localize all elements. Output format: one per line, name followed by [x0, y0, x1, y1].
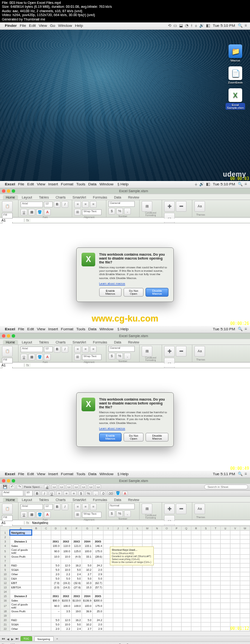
paste-button[interactable]: 📋	[2, 346, 13, 357]
font-name-select[interactable]: Arial	[21, 201, 43, 207]
ribbon-tab-tables[interactable]: Tables	[36, 195, 52, 200]
sheet-tab-toc[interactable]: TOC	[21, 636, 32, 641]
merge-button[interactable]: ⊞	[74, 511, 81, 518]
zoom-button[interactable]	[12, 334, 15, 338]
underline-button[interactable]: U	[21, 511, 27, 518]
desktop-file-zoom[interactable]: 📄 ZoomEasis	[226, 66, 245, 84]
number-format-select[interactable]: General	[108, 201, 135, 207]
ribbon-tab-formulas[interactable]: Formulas	[90, 498, 110, 502]
percent-button[interactable]: %	[116, 510, 123, 517]
bold-button[interactable]: B	[54, 503, 61, 510]
align-center-button[interactable]: ≡	[82, 201, 89, 208]
themes-button[interactable]: Aa	[194, 346, 205, 357]
menu-format[interactable]: Format	[61, 327, 73, 331]
horizontal-scrollbar[interactable]	[0, 631, 250, 636]
learn-macros-link[interactable]: Learn about macros	[99, 427, 125, 430]
qat-button[interactable]: ▭	[95, 484, 101, 489]
nav-prev-icon[interactable]: ◀	[7, 637, 9, 641]
enable-macros-button[interactable]: Enable Macros	[99, 433, 122, 442]
menu-edit[interactable]: Edit	[27, 327, 34, 331]
currency-button[interactable]: $	[108, 353, 115, 360]
volume-icon[interactable]: 🔊	[199, 182, 204, 186]
fx-icon[interactable]: fx	[24, 219, 31, 222]
align-right-button[interactable]: ≡	[90, 503, 97, 510]
merge-button[interactable]: ⊞	[74, 209, 81, 216]
ribbon-tab-tables[interactable]: Tables	[36, 498, 52, 502]
menu-data[interactable]: Data	[88, 182, 97, 186]
clock[interactable]: Tue 5:11 PM	[213, 472, 235, 476]
bluetooth-icon[interactable]: ᚼ	[190, 23, 193, 28]
font-color-button[interactable]: A	[122, 491, 128, 496]
decrease-decimal-button[interactable]: .0	[100, 491, 106, 496]
menu-view[interactable]: View	[39, 23, 47, 28]
ribbon-tab-layout[interactable]: Layout	[19, 498, 35, 502]
save-button[interactable]: 💾	[2, 484, 8, 489]
align-center-button[interactable]: ≡	[82, 503, 89, 510]
menu-tools[interactable]: Tools	[76, 182, 85, 186]
notification-icon[interactable]: ≡	[245, 472, 247, 476]
menu-tools[interactable]: Tools	[76, 472, 85, 476]
close-button[interactable]	[2, 479, 5, 483]
border-button[interactable]: ▦	[28, 209, 35, 216]
menu-tools[interactable]: Tools	[76, 327, 85, 331]
font-size-select[interactable]: 12	[44, 504, 53, 510]
align-button[interactable]: ≡	[63, 491, 69, 496]
print-button[interactable]: 🖨	[44, 484, 50, 489]
search-in-sheet[interactable]	[204, 484, 248, 489]
active-app-name[interactable]: Finder	[5, 23, 17, 28]
fill-dropdown[interactable]: Fill	[2, 213, 13, 219]
ribbon-tab-home[interactable]: Home	[3, 340, 18, 344]
menu-file[interactable]: File	[20, 23, 26, 28]
enable-macros-button[interactable]: Enable Macros	[99, 288, 122, 297]
italic-button[interactable]: I	[42, 491, 47, 496]
ribbon-tab-formulas[interactable]: Formulas	[90, 340, 110, 344]
notification-icon[interactable]: ≡	[245, 182, 247, 186]
disable-macros-button[interactable]: Disable Macros	[146, 433, 168, 442]
nav-last-icon[interactable]: ⏭	[16, 637, 19, 640]
merge-button[interactable]: ⊞	[74, 354, 81, 361]
align-left-button[interactable]: ≡	[74, 346, 81, 353]
font-size-select[interactable]: 10	[25, 490, 33, 496]
border-button[interactable]: ▦	[28, 354, 35, 361]
window-titlebar[interactable]: Excel Sample.xlsm	[0, 333, 250, 339]
sheet-tab-navigating[interactable]: Navigating	[34, 636, 54, 641]
menu-view[interactable]: View	[37, 182, 45, 186]
display-icon[interactable]: ▭	[173, 23, 177, 28]
number-format-select[interactable]: General	[108, 346, 135, 352]
dropbox-icon[interactable]: ⬓	[179, 23, 183, 28]
comma-button[interactable]: ,	[93, 491, 99, 496]
spotlight-icon[interactable]: 🔍	[238, 182, 243, 186]
font-name-select[interactable]: Arial	[2, 490, 23, 496]
do-not-open-button[interactable]: Do Not Open	[124, 433, 144, 442]
italic-button[interactable]: I	[62, 503, 68, 510]
paste-button[interactable]: 📋	[2, 503, 13, 514]
menu-window[interactable]: Window	[100, 472, 113, 476]
ribbon-tab-home[interactable]: Home	[3, 498, 18, 502]
conditional-formatting-button[interactable]: ▤	[142, 346, 152, 357]
script-icon[interactable]: §	[117, 327, 119, 331]
active-app-name[interactable]: Excel	[5, 472, 15, 476]
clock[interactable]: Tue 5:10 PM	[213, 182, 235, 186]
name-box[interactable]: A1	[0, 521, 24, 524]
percent-button[interactable]: %	[85, 491, 91, 496]
zoom-button[interactable]	[12, 479, 15, 483]
qat-button[interactable]: ▭	[73, 484, 79, 489]
ribbon-tab-review[interactable]: Review	[125, 340, 142, 344]
fill-dropdown[interactable]: Fill	[2, 515, 13, 521]
ribbon-tab-home[interactable]: Home	[3, 195, 18, 200]
delete-button[interactable]: ➖	[176, 503, 187, 514]
align-button[interactable]: ≡	[56, 491, 62, 496]
menu-window[interactable]: Window	[100, 182, 113, 186]
do-not-open-button[interactable]: Do Not Open	[124, 288, 144, 297]
window-titlebar[interactable]: Excel Sample.xlsm	[0, 188, 250, 194]
qat-button[interactable]: ▭	[81, 484, 86, 489]
menu-go[interactable]: Go	[50, 23, 55, 28]
menu-data[interactable]: Data	[88, 327, 97, 331]
menu-insert[interactable]: Insert	[48, 472, 58, 476]
align-left-button[interactable]: ≡	[74, 201, 81, 208]
number-format-select[interactable]: Normal	[108, 503, 135, 509]
fx-icon[interactable]: fx	[24, 363, 31, 367]
ribbon-tab-tables[interactable]: Tables	[36, 340, 52, 344]
currency-button[interactable]: $	[78, 491, 84, 496]
align-left-button[interactable]: ≡	[74, 503, 81, 510]
